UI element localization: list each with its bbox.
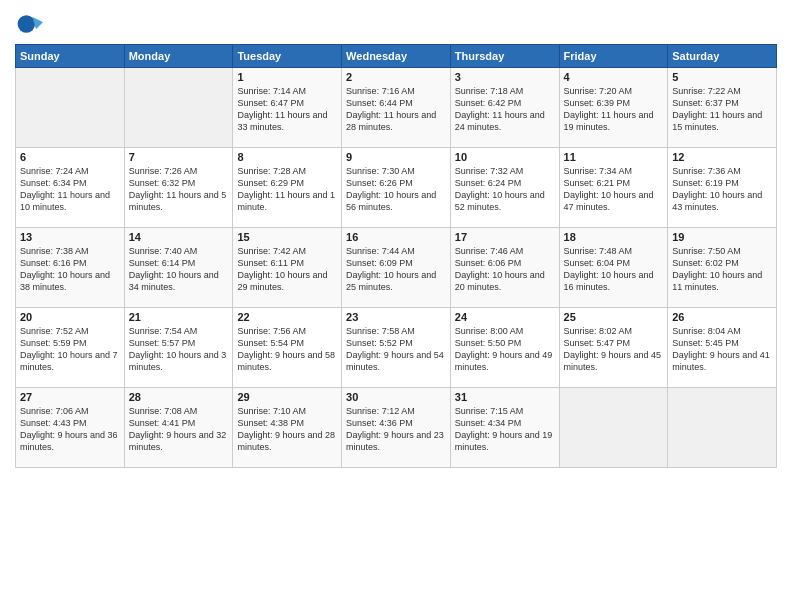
day-cell: 30Sunrise: 7:12 AMSunset: 4:36 PMDayligh… — [342, 388, 451, 468]
day-detail: Sunrise: 7:10 AMSunset: 4:38 PMDaylight:… — [237, 405, 337, 454]
day-cell: 14Sunrise: 7:40 AMSunset: 6:14 PMDayligh… — [124, 228, 233, 308]
day-detail: Sunrise: 7:56 AMSunset: 5:54 PMDaylight:… — [237, 325, 337, 374]
day-cell: 15Sunrise: 7:42 AMSunset: 6:11 PMDayligh… — [233, 228, 342, 308]
day-cell: 12Sunrise: 7:36 AMSunset: 6:19 PMDayligh… — [668, 148, 777, 228]
day-cell: 29Sunrise: 7:10 AMSunset: 4:38 PMDayligh… — [233, 388, 342, 468]
logo — [15, 10, 45, 38]
day-detail: Sunrise: 7:28 AMSunset: 6:29 PMDaylight:… — [237, 165, 337, 214]
header-cell-monday: Monday — [124, 45, 233, 68]
day-cell — [124, 68, 233, 148]
day-number: 15 — [237, 231, 337, 243]
day-cell — [559, 388, 668, 468]
day-number: 19 — [672, 231, 772, 243]
day-number: 23 — [346, 311, 446, 323]
day-detail: Sunrise: 8:04 AMSunset: 5:45 PMDaylight:… — [672, 325, 772, 374]
day-cell: 7Sunrise: 7:26 AMSunset: 6:32 PMDaylight… — [124, 148, 233, 228]
day-cell: 11Sunrise: 7:34 AMSunset: 6:21 PMDayligh… — [559, 148, 668, 228]
week-row-1: 1Sunrise: 7:14 AMSunset: 6:47 PMDaylight… — [16, 68, 777, 148]
day-number: 28 — [129, 391, 229, 403]
day-cell: 4Sunrise: 7:20 AMSunset: 6:39 PMDaylight… — [559, 68, 668, 148]
day-detail: Sunrise: 7:48 AMSunset: 6:04 PMDaylight:… — [564, 245, 664, 294]
day-cell: 22Sunrise: 7:56 AMSunset: 5:54 PMDayligh… — [233, 308, 342, 388]
day-cell: 9Sunrise: 7:30 AMSunset: 6:26 PMDaylight… — [342, 148, 451, 228]
svg-point-0 — [18, 15, 36, 33]
day-cell: 26Sunrise: 8:04 AMSunset: 5:45 PMDayligh… — [668, 308, 777, 388]
day-detail: Sunrise: 7:36 AMSunset: 6:19 PMDaylight:… — [672, 165, 772, 214]
day-detail: Sunrise: 8:02 AMSunset: 5:47 PMDaylight:… — [564, 325, 664, 374]
day-detail: Sunrise: 7:15 AMSunset: 4:34 PMDaylight:… — [455, 405, 555, 454]
day-number: 5 — [672, 71, 772, 83]
page: SundayMondayTuesdayWednesdayThursdayFrid… — [0, 0, 792, 478]
day-number: 26 — [672, 311, 772, 323]
day-cell: 27Sunrise: 7:06 AMSunset: 4:43 PMDayligh… — [16, 388, 125, 468]
day-number: 30 — [346, 391, 446, 403]
header-row: SundayMondayTuesdayWednesdayThursdayFrid… — [16, 45, 777, 68]
day-detail: Sunrise: 7:12 AMSunset: 4:36 PMDaylight:… — [346, 405, 446, 454]
header-cell-saturday: Saturday — [668, 45, 777, 68]
week-row-4: 20Sunrise: 7:52 AMSunset: 5:59 PMDayligh… — [16, 308, 777, 388]
day-detail: Sunrise: 7:20 AMSunset: 6:39 PMDaylight:… — [564, 85, 664, 134]
day-cell: 16Sunrise: 7:44 AMSunset: 6:09 PMDayligh… — [342, 228, 451, 308]
day-cell: 21Sunrise: 7:54 AMSunset: 5:57 PMDayligh… — [124, 308, 233, 388]
day-cell: 8Sunrise: 7:28 AMSunset: 6:29 PMDaylight… — [233, 148, 342, 228]
logo-icon — [15, 10, 43, 38]
day-detail: Sunrise: 7:34 AMSunset: 6:21 PMDaylight:… — [564, 165, 664, 214]
day-number: 22 — [237, 311, 337, 323]
day-detail: Sunrise: 7:46 AMSunset: 6:06 PMDaylight:… — [455, 245, 555, 294]
day-cell: 10Sunrise: 7:32 AMSunset: 6:24 PMDayligh… — [450, 148, 559, 228]
day-detail: Sunrise: 7:54 AMSunset: 5:57 PMDaylight:… — [129, 325, 229, 374]
header — [15, 10, 777, 38]
day-detail: Sunrise: 8:00 AMSunset: 5:50 PMDaylight:… — [455, 325, 555, 374]
day-number: 18 — [564, 231, 664, 243]
day-cell: 1Sunrise: 7:14 AMSunset: 6:47 PMDaylight… — [233, 68, 342, 148]
day-cell: 24Sunrise: 8:00 AMSunset: 5:50 PMDayligh… — [450, 308, 559, 388]
day-detail: Sunrise: 7:18 AMSunset: 6:42 PMDaylight:… — [455, 85, 555, 134]
day-detail: Sunrise: 7:14 AMSunset: 6:47 PMDaylight:… — [237, 85, 337, 134]
day-cell: 25Sunrise: 8:02 AMSunset: 5:47 PMDayligh… — [559, 308, 668, 388]
day-cell: 23Sunrise: 7:58 AMSunset: 5:52 PMDayligh… — [342, 308, 451, 388]
day-number: 17 — [455, 231, 555, 243]
day-number: 8 — [237, 151, 337, 163]
day-number: 12 — [672, 151, 772, 163]
day-cell: 19Sunrise: 7:50 AMSunset: 6:02 PMDayligh… — [668, 228, 777, 308]
day-number: 3 — [455, 71, 555, 83]
day-detail: Sunrise: 7:40 AMSunset: 6:14 PMDaylight:… — [129, 245, 229, 294]
day-number: 4 — [564, 71, 664, 83]
day-cell: 20Sunrise: 7:52 AMSunset: 5:59 PMDayligh… — [16, 308, 125, 388]
day-number: 27 — [20, 391, 120, 403]
day-cell: 28Sunrise: 7:08 AMSunset: 4:41 PMDayligh… — [124, 388, 233, 468]
day-detail: Sunrise: 7:16 AMSunset: 6:44 PMDaylight:… — [346, 85, 446, 134]
day-number: 31 — [455, 391, 555, 403]
day-detail: Sunrise: 7:58 AMSunset: 5:52 PMDaylight:… — [346, 325, 446, 374]
day-number: 25 — [564, 311, 664, 323]
day-number: 11 — [564, 151, 664, 163]
day-detail: Sunrise: 7:08 AMSunset: 4:41 PMDaylight:… — [129, 405, 229, 454]
day-detail: Sunrise: 7:26 AMSunset: 6:32 PMDaylight:… — [129, 165, 229, 214]
day-detail: Sunrise: 7:06 AMSunset: 4:43 PMDaylight:… — [20, 405, 120, 454]
day-number: 9 — [346, 151, 446, 163]
day-detail: Sunrise: 7:42 AMSunset: 6:11 PMDaylight:… — [237, 245, 337, 294]
day-detail: Sunrise: 7:32 AMSunset: 6:24 PMDaylight:… — [455, 165, 555, 214]
day-cell: 3Sunrise: 7:18 AMSunset: 6:42 PMDaylight… — [450, 68, 559, 148]
header-cell-sunday: Sunday — [16, 45, 125, 68]
day-number: 13 — [20, 231, 120, 243]
day-cell: 13Sunrise: 7:38 AMSunset: 6:16 PMDayligh… — [16, 228, 125, 308]
day-cell — [668, 388, 777, 468]
week-row-3: 13Sunrise: 7:38 AMSunset: 6:16 PMDayligh… — [16, 228, 777, 308]
day-number: 1 — [237, 71, 337, 83]
week-row-2: 6Sunrise: 7:24 AMSunset: 6:34 PMDaylight… — [16, 148, 777, 228]
day-number: 14 — [129, 231, 229, 243]
day-cell: 18Sunrise: 7:48 AMSunset: 6:04 PMDayligh… — [559, 228, 668, 308]
day-cell: 5Sunrise: 7:22 AMSunset: 6:37 PMDaylight… — [668, 68, 777, 148]
day-number: 24 — [455, 311, 555, 323]
day-detail: Sunrise: 7:50 AMSunset: 6:02 PMDaylight:… — [672, 245, 772, 294]
day-number: 2 — [346, 71, 446, 83]
day-number: 6 — [20, 151, 120, 163]
day-cell: 17Sunrise: 7:46 AMSunset: 6:06 PMDayligh… — [450, 228, 559, 308]
day-number: 16 — [346, 231, 446, 243]
day-detail: Sunrise: 7:44 AMSunset: 6:09 PMDaylight:… — [346, 245, 446, 294]
day-cell: 6Sunrise: 7:24 AMSunset: 6:34 PMDaylight… — [16, 148, 125, 228]
day-cell: 31Sunrise: 7:15 AMSunset: 4:34 PMDayligh… — [450, 388, 559, 468]
day-cell — [16, 68, 125, 148]
header-cell-wednesday: Wednesday — [342, 45, 451, 68]
